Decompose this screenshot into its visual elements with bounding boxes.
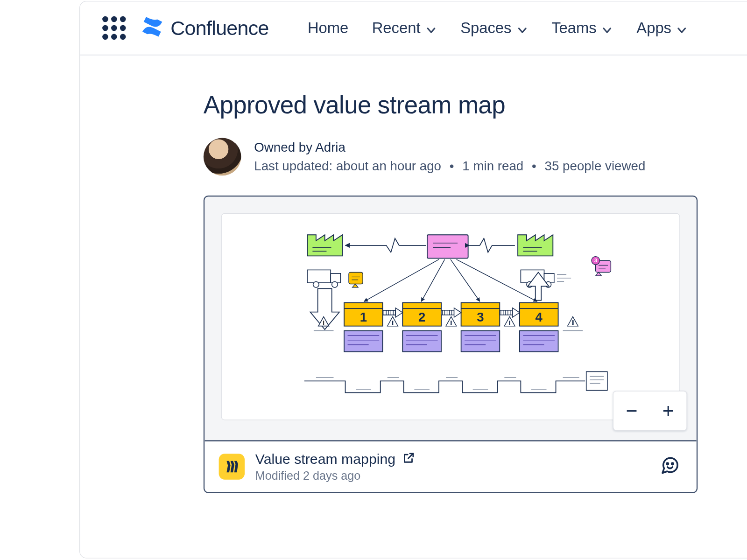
- svg-point-79: [672, 463, 674, 465]
- primary-nav: Home Recent Spaces Teams Apps: [308, 19, 688, 37]
- process-box-label: 1: [360, 310, 367, 324]
- page-title: Approved value stream map: [204, 91, 699, 119]
- truck-icon-left: [307, 270, 340, 287]
- svg-text:I: I: [323, 320, 324, 326]
- meta-separator: •: [532, 159, 536, 174]
- app-switcher-icon[interactable]: [99, 13, 130, 43]
- owned-by-line: Owned by Adria: [254, 140, 645, 155]
- svg-rect-41: [500, 310, 513, 315]
- viewed-count: 35 people viewed: [545, 159, 646, 174]
- byline: Owned by Adria Last updated: about an ho…: [204, 138, 699, 176]
- svg-line-64: [451, 259, 480, 301]
- nav-home[interactable]: Home: [308, 19, 348, 37]
- confluence-logo[interactable]: Confluence: [140, 14, 269, 42]
- timeline-summary-icon: [586, 371, 607, 390]
- data-box: [520, 331, 558, 352]
- comment-badge-count: 3: [594, 258, 597, 263]
- process-box-label: 3: [477, 310, 484, 324]
- embed-canvas[interactable]: 3 I 1234: [204, 197, 696, 441]
- factory-icon-left: [307, 235, 342, 256]
- last-updated-label: Last updated:: [254, 159, 332, 174]
- zoom-out-button[interactable]: −: [613, 392, 650, 430]
- miro-board-preview[interactable]: 3 I 1234: [221, 213, 680, 420]
- chevron-down-icon: [425, 22, 437, 34]
- svg-rect-40: [441, 310, 454, 315]
- nav-teams-label: Teams: [551, 19, 596, 37]
- factory-icon-right: [518, 235, 553, 256]
- svg-rect-6: [307, 270, 331, 283]
- meta-separator: •: [450, 159, 454, 174]
- svg-line-63: [421, 259, 444, 301]
- chevron-down-icon: [601, 22, 613, 34]
- zoom-in-button[interactable]: +: [650, 392, 686, 430]
- owned-by-label: Owned by: [254, 140, 312, 154]
- svg-text:!: !: [509, 320, 510, 326]
- zoom-controls: − +: [613, 391, 687, 431]
- external-link-icon[interactable]: [402, 451, 416, 467]
- nav-recent-label: Recent: [372, 19, 421, 37]
- miro-icon: [219, 454, 245, 479]
- embed-modified: Modified 2 days ago: [255, 469, 416, 483]
- nav-apps-label: Apps: [636, 19, 671, 37]
- page-meta: Last updated: about an hour ago • 1 min …: [254, 159, 645, 174]
- chevron-down-icon: [516, 22, 528, 34]
- svg-point-7: [313, 281, 319, 287]
- embed-footer: Value stream mapping Modified 2 days ago: [204, 440, 696, 492]
- owner-avatar[interactable]: [204, 138, 241, 176]
- svg-point-8: [332, 281, 338, 287]
- comment-badge-icon: 3: [592, 257, 611, 276]
- nav-spaces[interactable]: Spaces: [460, 19, 528, 37]
- data-box: [402, 331, 441, 352]
- control-box: [427, 235, 468, 258]
- read-time: 1 min read: [462, 159, 523, 174]
- push-arrow-icon: [500, 308, 520, 317]
- nav-spaces-label: Spaces: [460, 19, 511, 37]
- chevron-down-icon: [676, 22, 688, 34]
- nav-home-label: Home: [308, 19, 348, 37]
- sticky-note-icon: [349, 272, 363, 284]
- process-box-label: 2: [418, 310, 425, 324]
- timeline-icon: [304, 381, 585, 392]
- owner-name[interactable]: Adria: [315, 140, 345, 154]
- process-box-label: 4: [536, 310, 543, 324]
- miro-embed-card: 3 I 1234: [204, 196, 698, 493]
- value-stream-diagram: 3 I 1234: [222, 214, 679, 420]
- data-box: [344, 331, 383, 352]
- svg-point-78: [667, 463, 669, 465]
- nav-apps[interactable]: Apps: [636, 19, 688, 37]
- nav-recent[interactable]: Recent: [372, 19, 437, 37]
- comment-icon[interactable]: [660, 455, 680, 478]
- svg-line-62: [364, 259, 439, 301]
- svg-text:!: !: [392, 320, 393, 326]
- last-updated-value: about an hour ago: [336, 159, 441, 174]
- push-arrow-icon: [441, 308, 461, 317]
- push-arrow-icon: [383, 308, 403, 317]
- embed-title[interactable]: Value stream mapping: [255, 451, 395, 467]
- svg-text:!: !: [451, 320, 452, 326]
- app-name: Confluence: [170, 16, 268, 39]
- svg-rect-39: [383, 310, 396, 315]
- nav-teams[interactable]: Teams: [551, 19, 613, 37]
- confluence-icon: [140, 14, 165, 42]
- svg-text:I: I: [572, 320, 573, 326]
- data-box: [461, 331, 500, 352]
- topbar: Confluence Home Recent Spaces Teams Apps: [80, 1, 747, 56]
